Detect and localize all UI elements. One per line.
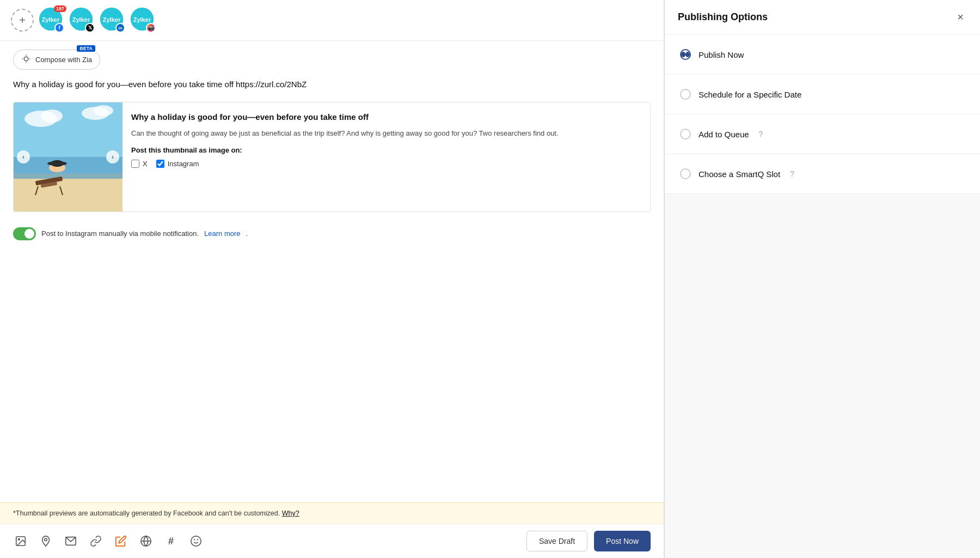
prev-image-button[interactable]: ‹ <box>17 150 30 163</box>
publish-options-list: Publish Now Schedule for a Specific Date… <box>665 35 980 558</box>
preview-card: ‹ › Why a holiday is good for you—even b… <box>13 102 651 212</box>
option-add-queue[interactable]: Add to Queue ? <box>665 114 980 154</box>
svg-text:Zylker: Zylker <box>72 16 90 23</box>
publishing-options-title: Publishing Options <box>678 11 768 23</box>
svg-text:Zylker: Zylker <box>42 16 60 23</box>
svg-rect-15 <box>14 179 122 211</box>
radio-add-queue <box>680 129 691 140</box>
zia-button-label: Compose with Zia <box>35 56 92 64</box>
option-schedule-date-label: Schedule for a Specific Date <box>699 90 801 99</box>
preview-content: Why a holiday is good for you—even befor… <box>122 102 650 211</box>
thumbnail-label: Post this thumbnail as image on: <box>131 146 641 154</box>
toolbar-icons: # <box>13 533 204 549</box>
option-smartq[interactable]: Choose a SmartQ Slot ? <box>665 154 980 194</box>
next-image-button[interactable]: › <box>106 150 119 163</box>
option-schedule-date[interactable]: Schedule for a Specific Date <box>665 75 980 114</box>
linkedin-badge: in <box>115 23 125 33</box>
location-icon[interactable] <box>38 533 53 549</box>
thumbnail-options: X Instagram <box>131 160 641 168</box>
account-avatar-twitter[interactable]: Zylker 𝕏 <box>70 8 95 33</box>
instagram-label: Instagram <box>168 160 199 168</box>
beta-badge: BETA <box>77 45 95 52</box>
preview-image: ‹ › <box>14 102 122 211</box>
svg-point-29 <box>45 538 47 541</box>
radio-schedule-date <box>680 89 691 100</box>
compose-text: Why a holiday is good for you—even befor… <box>13 78 651 91</box>
instagram-row-text: Post to Instagram manually via mobile no… <box>41 229 199 238</box>
smartq-help-icon: ? <box>790 169 794 178</box>
instagram-badge: 📷 <box>146 23 156 33</box>
preview-title: Why a holiday is good for you—even befor… <box>131 111 641 123</box>
option-smartq-label: Choose a SmartQ Slot <box>699 169 780 179</box>
facebook-badge: f <box>54 23 64 33</box>
x-badge: 𝕏 <box>85 23 95 33</box>
x-label: X <box>143 160 148 168</box>
account-avatar-linkedin[interactable]: Zylker in <box>100 8 125 33</box>
thumbnail-notice-text: *Thumbnail previews are automatically ge… <box>13 510 280 517</box>
edit-icon[interactable] <box>113 533 128 549</box>
image-icon[interactable] <box>13 533 28 549</box>
notification-count: 197 <box>54 5 66 12</box>
svg-point-26 <box>94 105 113 116</box>
learn-more-link[interactable]: Learn more <box>204 229 240 238</box>
instagram-toggle-row: Post to Instagram manually via mobile no… <box>13 221 651 247</box>
close-button[interactable]: × <box>954 10 967 25</box>
email-icon[interactable] <box>63 533 78 549</box>
svg-point-33 <box>191 536 201 546</box>
option-add-queue-label: Add to Queue <box>699 130 749 139</box>
account-avatar-facebook[interactable]: Zylker f 197 <box>39 8 64 33</box>
svg-text:Zylker: Zylker <box>103 16 121 23</box>
add-account-button[interactable]: + <box>11 9 34 32</box>
preview-description: Can the thought of going away be just as… <box>131 128 641 139</box>
option-publish-now-label: Publish Now <box>699 50 744 59</box>
emoji-icon[interactable] <box>188 533 204 549</box>
hashtag-icon[interactable]: # <box>163 533 179 549</box>
grid-icon[interactable] <box>138 533 154 549</box>
svg-point-28 <box>18 538 20 540</box>
zia-icon <box>21 54 31 65</box>
x-checkbox[interactable] <box>131 160 139 168</box>
save-draft-button[interactable]: Save Draft <box>526 531 587 551</box>
option-publish-now[interactable]: Publish Now <box>665 35 980 75</box>
toolbar-actions: Save Draft Post Now <box>526 531 651 551</box>
accounts-bar: + Zylker f 197 Zylker 𝕏 <box>0 0 664 41</box>
why-link[interactable]: Why? <box>282 510 299 517</box>
compose-zia-button[interactable]: Compose with Zia BETA <box>13 50 100 70</box>
compose-area: Compose with Zia BETA Why a holiday is g… <box>0 41 664 502</box>
svg-point-24 <box>41 110 63 123</box>
svg-point-22 <box>47 161 67 166</box>
x-thumbnail-option[interactable]: X <box>131 160 148 168</box>
instagram-checkbox[interactable] <box>156 160 164 168</box>
account-avatar-instagram[interactable]: Zylker 📷 <box>131 8 156 33</box>
svg-text:Zylker: Zylker <box>133 16 151 23</box>
post-now-button[interactable]: Post Now <box>594 531 651 551</box>
right-panel: Publishing Options × Publish Now Schedul… <box>664 0 980 558</box>
radio-publish-now <box>680 49 691 60</box>
svg-point-8 <box>24 57 28 61</box>
add-queue-help-icon: ? <box>759 130 763 138</box>
instagram-toggle[interactable] <box>13 227 36 240</box>
left-panel: + Zylker f 197 Zylker 𝕏 <box>0 0 664 558</box>
link-icon[interactable] <box>88 533 103 549</box>
bottom-toolbar: # Save Draft Post Now <box>0 524 664 558</box>
instagram-thumbnail-option[interactable]: Instagram <box>156 160 199 168</box>
radio-smartq <box>680 168 691 179</box>
publishing-options-header: Publishing Options × <box>665 0 980 35</box>
thumbnail-notice: *Thumbnail previews are automatically ge… <box>0 502 664 524</box>
